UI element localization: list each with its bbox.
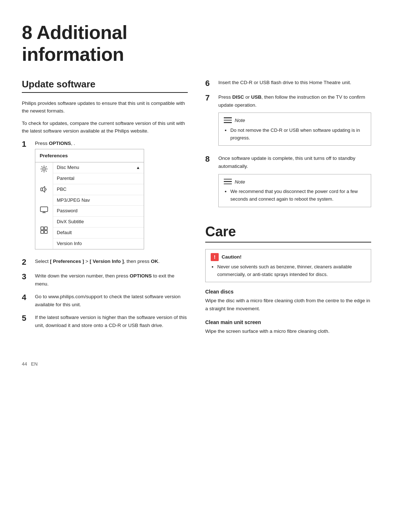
icon-speaker	[38, 184, 50, 194]
right-steps: 6 Insert the CD-R or USB flash drive to …	[205, 79, 371, 211]
caution-box: ! Caution! Never use solvents such as be…	[205, 249, 371, 283]
step-content-8: Once software update is complete, this u…	[218, 154, 371, 210]
page: 8 Additionalinformation Update software …	[22, 22, 371, 367]
step-6: 6 Insert the CD-R or USB flash drive to …	[205, 79, 371, 88]
svg-rect-1	[41, 188, 43, 191]
menu-body: Disc Menu ▲ Parental PBC	[35, 162, 144, 249]
svg-rect-3	[41, 227, 44, 230]
icon-grid-2	[38, 235, 50, 245]
step-3: 3 Write down the version number, then pr…	[22, 272, 188, 288]
chapter-title: 8 Additionalinformation	[22, 22, 371, 66]
clean-screen-heading: Clean main unit screen	[205, 319, 371, 325]
svg-rect-6	[44, 230, 47, 233]
step-content-1: Press OPTIONS, . Preferences	[35, 139, 188, 252]
svg-rect-4	[44, 227, 47, 230]
menu-header: Preferences	[35, 149, 144, 163]
svg-rect-5	[41, 230, 44, 233]
note-box-2: Note We recommend that you disconnect th…	[218, 174, 371, 207]
step-content-4: Go to www.philips.com/support to check t…	[35, 293, 188, 308]
step-5: 5 If the latest software version is high…	[22, 314, 188, 329]
note-header-2: Note	[224, 178, 366, 186]
caution-header: ! Caution!	[211, 253, 366, 261]
clean-discs-text: Wipe the disc with a micro fibre cleanin…	[205, 297, 371, 312]
menu-item-parental: Parental	[53, 173, 144, 184]
menu-item-label-default: Default	[57, 229, 72, 237]
note-box-1: Note Do not remove the CD-R or USB when …	[218, 113, 371, 146]
preferences-menu: Preferences	[35, 149, 144, 249]
menu-item-label-divx: DivX Subtitle	[57, 218, 84, 226]
step-content-3: Write down the version number, then pres…	[35, 272, 188, 288]
step-num-2: 2	[22, 257, 30, 267]
caution-icon: !	[211, 253, 219, 261]
menu-item-default: Default	[53, 228, 144, 239]
chapter-number: 8	[22, 22, 32, 43]
menu-item-label-password: Password	[57, 207, 78, 215]
page-number: 44	[22, 361, 27, 367]
step-content-5: If the latest software version is higher…	[35, 314, 188, 329]
two-column-layout: Update software Philips provides softwar…	[22, 79, 371, 340]
menu-item-divx: DivX Subtitle	[53, 217, 144, 228]
step-4: 4 Go to www.philips.com/support to check…	[22, 293, 188, 308]
note-icon-2	[224, 179, 232, 185]
step-7: 7 Press DISC or USB, then follow the ins…	[205, 93, 371, 149]
menu-item-version-info: Version Info	[53, 239, 144, 249]
step-num-7: 7	[205, 93, 213, 103]
icon-display	[38, 205, 50, 215]
menu-items-list: Disc Menu ▲ Parental PBC	[53, 162, 144, 249]
step-num-3: 3	[22, 272, 30, 281]
menu-item-label-version-info: Version Info	[57, 240, 82, 248]
step-num-6: 6	[205, 79, 213, 88]
step-1: 1 Press OPTIONS, . Preferences	[22, 139, 188, 252]
page-footer: 44 EN	[22, 361, 371, 367]
intro-para-2: To check for updates, compare the curren…	[22, 119, 188, 135]
step-content-6: Insert the CD-R or USB flash drive to th…	[218, 79, 371, 87]
svg-rect-2	[40, 207, 48, 212]
menu-item-label-parental: Parental	[57, 175, 74, 182]
menu-item-label-pbc: PBC	[57, 186, 67, 193]
note-list-2: We recommend that you disconnect the pow…	[224, 188, 366, 203]
step-num-8: 8	[205, 154, 213, 164]
menu-item-mp3jpeg: MP3/JPEG Nav	[53, 195, 144, 206]
menu-item-password: Password	[53, 206, 144, 217]
step-num-1: 1	[22, 139, 30, 149]
caution-title: Caution!	[222, 253, 242, 261]
note-header-1: Note	[224, 117, 366, 125]
menu-item-label-disc-menu: Disc Menu	[57, 164, 79, 172]
step-2: 2 Select [ Preferences ] > [ Version Inf…	[22, 257, 188, 267]
note-title-2: Note	[235, 178, 245, 186]
svg-point-0	[43, 168, 45, 170]
left-column: Update software Philips provides softwar…	[22, 79, 188, 340]
menu-item-pbc: PBC	[53, 184, 144, 195]
icon-speaker-2	[38, 194, 50, 205]
care-heading: Care	[205, 224, 371, 243]
icon-grid	[38, 225, 50, 235]
caution-item-1: Never use solvents such as benzene, thin…	[217, 263, 366, 279]
note-list-1: Do not remove the CD-R or USB when softw…	[224, 127, 366, 142]
icon-settings	[38, 164, 50, 174]
clean-discs-heading: Clean discs	[205, 289, 371, 295]
arrow-up-icon: ▲	[136, 165, 140, 171]
note-item-1: Do not remove the CD-R or USB when softw…	[230, 127, 366, 142]
step-num-5: 5	[22, 314, 30, 323]
icon-display-2	[38, 215, 50, 225]
left-steps: 1 Press OPTIONS, . Preferences	[22, 139, 188, 330]
right-column: 6 Insert the CD-R or USB flash drive to …	[205, 79, 371, 340]
update-software-heading: Update software	[22, 79, 188, 93]
step-content-2: Select [ Preferences ] > [ Version Info …	[35, 257, 188, 265]
menu-icons	[35, 162, 53, 249]
chapter-title-text: Additionalinformation	[22, 22, 127, 65]
clean-screen-text: Wipe the screen surface with a micro fib…	[205, 327, 371, 335]
menu-item-label-mp3jpeg: MP3/JPEG Nav	[57, 197, 90, 204]
step-num-4: 4	[22, 293, 30, 302]
caution-list: Never use solvents such as benzene, thin…	[211, 263, 366, 279]
note-icon-1	[224, 117, 232, 124]
icon-settings-2	[38, 174, 50, 184]
menu-item-disc-menu: Disc Menu ▲	[53, 162, 144, 173]
step-8: 8 Once software update is complete, this…	[205, 154, 371, 210]
lang-label: EN	[31, 361, 37, 367]
intro-para-1: Philips provides software updates to ens…	[22, 99, 188, 115]
step-content-7: Press DISC or USB, then follow the instr…	[218, 93, 371, 149]
note-title-1: Note	[235, 117, 245, 125]
note-item-2: We recommend that you disconnect the pow…	[230, 188, 366, 203]
